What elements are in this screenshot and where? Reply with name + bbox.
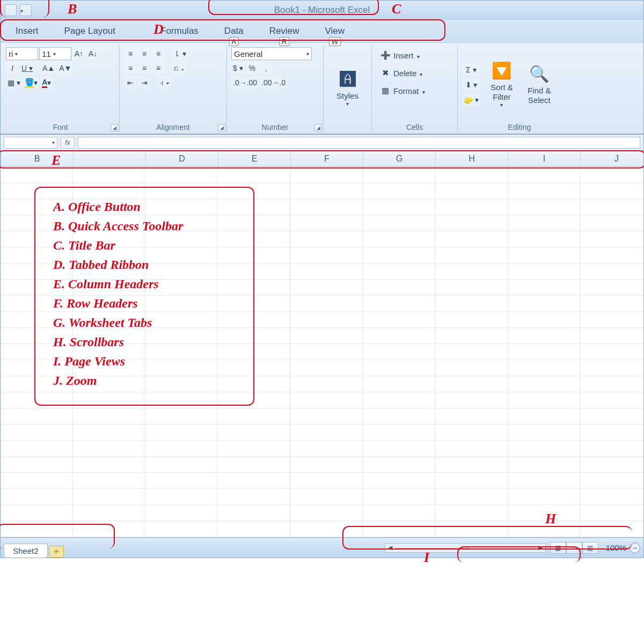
qat-button[interactable] — [5, 4, 17, 16]
align-top-button[interactable]: ≡ — [124, 47, 137, 60]
font-color-button[interactable]: A ▾ — [40, 76, 53, 89]
group-label-cells: Cells — [376, 122, 453, 131]
currency-button[interactable]: $ ▾ — [231, 62, 245, 75]
insert-cells-button[interactable]: ➕Insert — [376, 47, 453, 63]
align-middle-button[interactable]: ≡ — [138, 47, 151, 60]
decrease-font-button[interactable]: A▼ — [57, 62, 73, 75]
increase-decimal-button[interactable]: .0→.00 — [231, 76, 259, 89]
find-icon: 🔍 — [529, 64, 549, 84]
col-header[interactable]: J — [581, 151, 644, 166]
group-editing: Σ ▾ ⬇ ▾ 🧽 ▾ 🔽 Sort & Filter▾ 🔍 Find & Se… — [458, 45, 581, 133]
title-bar: Book1 - Microsoft Excel — [1, 1, 643, 20]
wrap-text-button[interactable]: ⎌ ▾ — [172, 62, 186, 75]
window-title: Book1 - Microsoft Excel — [274, 5, 370, 16]
group-font: ri▾ 11▾ A↑ A↓ I U ▾ A▲ A▼ ▦ ▾ 🪣 ▾ A ▾ — [2, 45, 120, 133]
tab-review[interactable]: Review R — [257, 23, 312, 40]
group-label-alignment: Alignment — [124, 122, 222, 131]
font-name-combo[interactable]: ri▾ — [6, 47, 38, 60]
col-header[interactable]: E — [218, 151, 291, 166]
tab-insert[interactable]: Insert — [3, 23, 52, 40]
horizontal-scrollbar[interactable]: ◀ ▶ — [385, 543, 546, 553]
grow-font-button[interactable]: A↑ — [72, 47, 85, 60]
col-header[interactable]: H — [436, 151, 508, 166]
tab-data[interactable]: Data A — [211, 23, 257, 40]
col-header[interactable]: B — [1, 151, 74, 166]
new-sheet-button[interactable]: ✳ — [49, 546, 64, 558]
col-header[interactable]: C — [74, 151, 146, 166]
delete-icon: ✖ — [380, 68, 390, 78]
font-size-combo[interactable]: 11▾ — [39, 47, 71, 60]
page-layout-view-button[interactable]: ▭ — [566, 542, 582, 554]
col-header[interactable]: F — [291, 151, 363, 166]
fill-button[interactable]: ⬇ ▾ — [462, 78, 480, 91]
sort-icon: 🔽 — [492, 61, 511, 80]
ribbon: ri▾ 11▾ A↑ A↓ I U ▾ A▲ A▼ ▦ ▾ 🪣 ▾ A ▾ — [1, 42, 643, 135]
underline-button[interactable]: U ▾ — [20, 62, 34, 75]
column-headers: B C D E F G H I J — [1, 151, 643, 167]
scroll-thumb[interactable] — [395, 548, 470, 549]
worksheet-grid: B C D E F G H I J — [1, 151, 643, 537]
styles-icon: 🅰 — [340, 70, 356, 89]
sheet-tab[interactable]: Sheet2 — [4, 544, 48, 558]
tab-page-layout[interactable]: Page Layout — [52, 23, 128, 40]
increase-indent-button[interactable]: ⇥ — [138, 76, 151, 89]
fill-color-button[interactable]: 🪣 ▾ — [23, 76, 39, 89]
comma-button[interactable]: , — [260, 62, 273, 75]
orientation-button[interactable]: ⤹ ▾ — [172, 47, 188, 60]
insert-icon: ➕ — [380, 50, 390, 60]
sort-filter-button[interactable]: 🔽 Sort & Filter▾ — [482, 47, 522, 122]
align-center-button[interactable]: ≡ — [138, 62, 151, 75]
ribbon-tabs: Insert Page Layout Formulas Data A Revie… — [1, 20, 643, 42]
number-dialog-launcher[interactable]: ◢ — [314, 124, 322, 131]
fx-button[interactable]: fx — [61, 137, 75, 149]
decrease-decimal-button[interactable]: .00→.0 — [260, 76, 287, 89]
italic-button[interactable]: I — [6, 62, 19, 75]
zoom-percent[interactable]: 100% — [606, 543, 626, 552]
group-cells: ➕Insert ✖Delete ▦Format Cells — [372, 45, 458, 133]
rows-area[interactable]: A. Office Button B. Quick Access Toolbar… — [1, 167, 643, 537]
merge-center-button[interactable]: ⫞ ▾ — [158, 76, 171, 89]
group-alignment: ≡ ≡ ≡ ⤹ ▾ ≡ ≡ ≡ ⎌ ▾ ⇤ ⇥ ⫞ ▾ — [120, 45, 227, 133]
increase-font-button[interactable]: A▲ — [41, 62, 56, 75]
format-cells-button[interactable]: ▦Format — [376, 83, 453, 99]
tab-formulas[interactable]: Formulas — [128, 23, 211, 40]
qat-customize-dropdown[interactable] — [20, 4, 32, 16]
autosum-button[interactable]: Σ ▾ — [462, 63, 480, 76]
group-number: General▾ $ ▾ % , .0→.00 .00→.0 Number ◢ — [227, 45, 324, 133]
formula-bar: ▾ fx — [1, 135, 643, 151]
worksheet-tabs: Sheet2 ✳ — [4, 538, 64, 558]
number-format-combo[interactable]: General▾ — [231, 47, 312, 60]
group-styles: 🅰 Styles ▾ — [324, 45, 372, 133]
col-header[interactable]: G — [363, 151, 436, 166]
align-right-button[interactable]: ≡ — [152, 62, 165, 75]
col-header[interactable]: I — [508, 151, 581, 166]
page-break-view-button[interactable]: ▥ — [582, 542, 598, 554]
align-left-button[interactable]: ≡ — [124, 62, 137, 75]
normal-view-button[interactable]: ▦ — [550, 542, 566, 554]
align-bottom-button[interactable]: ≡ — [152, 47, 165, 60]
alignment-dialog-launcher[interactable]: ◢ — [218, 124, 225, 131]
shrink-font-button[interactable]: A↓ — [86, 47, 99, 60]
quick-access-toolbar — [1, 1, 36, 20]
formula-input[interactable] — [78, 137, 640, 149]
zoom-out-button[interactable]: − — [630, 543, 640, 553]
col-header[interactable]: D — [146, 151, 218, 166]
font-dialog-launcher[interactable]: ◢ — [111, 124, 118, 131]
styles-button[interactable]: 🅰 Styles ▾ — [328, 47, 368, 129]
clear-button[interactable]: 🧽 ▾ — [462, 93, 480, 106]
format-icon: ▦ — [380, 86, 390, 96]
scroll-left-arrow[interactable]: ◀ — [385, 544, 395, 551]
group-label-editing: Editing — [462, 122, 577, 131]
scroll-right-arrow[interactable]: ▶ — [536, 544, 545, 551]
delete-cells-button[interactable]: ✖Delete — [376, 65, 453, 81]
border-button[interactable]: ▦ ▾ — [6, 76, 22, 89]
group-label-number: Number — [231, 122, 319, 131]
status-bar: Sheet2 ✳ ◀ ▶ ▦ ▭ ▥ 100% − — [1, 537, 643, 558]
tab-view[interactable]: View W — [312, 23, 358, 40]
find-select-button[interactable]: 🔍 Find & Select — [523, 47, 555, 122]
page-view-buttons: ▦ ▭ ▥ — [550, 542, 598, 554]
name-box[interactable]: ▾ — [4, 137, 57, 149]
annotation-legend: A. Office Button B. Quick Access Toolbar… — [38, 189, 253, 399]
decrease-indent-button[interactable]: ⇤ — [124, 76, 137, 89]
percent-button[interactable]: % — [246, 62, 259, 75]
